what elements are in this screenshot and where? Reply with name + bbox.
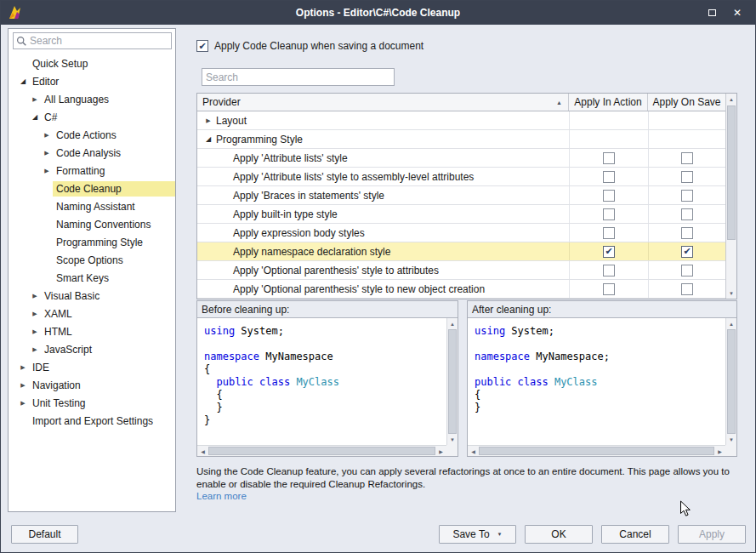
- tree-item-html[interactable]: ▶HTML: [9, 322, 175, 340]
- after-vertical-scrollbar[interactable]: ▲ ▼: [725, 318, 736, 445]
- apply-on-save-checkbox[interactable]: [681, 208, 693, 220]
- tree-item-import-and-export-settings[interactable]: Import and Export Settings: [9, 412, 175, 430]
- tree-item-navigation[interactable]: ▶Navigation: [9, 376, 175, 394]
- apply-on-save-checkbox[interactable]: [681, 152, 693, 164]
- scrollbar-thumb[interactable]: [208, 447, 435, 455]
- tree-item-code-analysis[interactable]: ▶Code Analysis: [9, 144, 175, 162]
- tree-item-visual-basic[interactable]: ▶Visual Basic: [9, 287, 175, 305]
- provider-search-input[interactable]: [202, 71, 394, 83]
- expand-arrow-icon[interactable]: ▶: [41, 150, 53, 157]
- apply-in-action-checkbox[interactable]: [603, 227, 615, 239]
- tree-item-c[interactable]: ◢C#: [9, 108, 175, 126]
- provider-group-row-layout[interactable]: ▶Layout: [197, 111, 725, 130]
- cancel-button[interactable]: Cancel: [601, 525, 669, 544]
- tree-item-naming-assistant[interactable]: Naming Assistant: [9, 197, 175, 215]
- expand-arrow-icon[interactable]: ▶: [29, 96, 41, 103]
- scroll-down-icon[interactable]: ▼: [726, 434, 736, 445]
- tree-item-all-languages[interactable]: ▶All Languages: [9, 90, 175, 108]
- tree-item-code-actions[interactable]: ▶Code Actions: [9, 126, 175, 144]
- close-button[interactable]: ✕: [728, 6, 747, 20]
- tree-item-xaml[interactable]: ▶XAML: [9, 305, 175, 322]
- provider-row-apply-optional-parenthesis-style-to-attributes[interactable]: Apply 'Optional parenthesis' style to at…: [197, 261, 725, 280]
- apply-on-save-checkbox[interactable]: [681, 190, 693, 202]
- apply-on-save-checkbox[interactable]: [681, 171, 693, 183]
- scroll-down-icon[interactable]: ▼: [447, 434, 458, 445]
- tree-item-editor[interactable]: ◢Editor: [9, 72, 175, 90]
- provider-row-apply-built-in-type-style[interactable]: Apply built-in type style: [197, 205, 725, 224]
- tree-item-formatting[interactable]: ▶Formatting: [9, 162, 175, 180]
- apply-in-action-checkbox[interactable]: [603, 171, 615, 183]
- collapse-arrow-icon[interactable]: ◢: [17, 77, 29, 85]
- maximize-button[interactable]: [702, 6, 721, 20]
- column-header-provider[interactable]: Provider ▲: [197, 94, 569, 111]
- tree-item-unit-testing[interactable]: ▶Unit Testing: [9, 394, 175, 412]
- scroll-down-icon[interactable]: ▼: [726, 288, 736, 299]
- scroll-up-icon[interactable]: ▲: [447, 318, 458, 329]
- grid-vertical-scrollbar[interactable]: ▲ ▼: [725, 94, 736, 299]
- tree-item-programming-style[interactable]: Programming Style: [9, 233, 175, 251]
- apply-on-save-checkbox[interactable]: [681, 265, 693, 276]
- scroll-up-icon[interactable]: ▲: [726, 318, 736, 329]
- apply-on-save-checkbox[interactable]: [681, 283, 693, 295]
- tree-item-naming-conventions[interactable]: Naming Conventions: [9, 215, 175, 233]
- provider-row-apply-namespace-declaration-style[interactable]: Apply namespace declaration style✔✔: [197, 242, 725, 261]
- scroll-left-icon[interactable]: ◀: [468, 446, 479, 456]
- expand-arrow-icon[interactable]: ▶: [41, 132, 53, 139]
- before-vertical-scrollbar[interactable]: ▲ ▼: [446, 318, 458, 445]
- apply-in-action-checkbox[interactable]: [603, 283, 615, 295]
- apply-when-saving-row[interactable]: ✔ Apply Code Cleanup when saving a docum…: [196, 40, 423, 52]
- scroll-right-icon[interactable]: ▶: [435, 446, 446, 456]
- apply-on-save-cell: [648, 224, 725, 242]
- after-horizontal-scrollbar[interactable]: ◀ ▶: [468, 445, 725, 456]
- apply-in-action-checkbox[interactable]: [603, 190, 615, 202]
- tree-item-quick-setup[interactable]: Quick Setup: [9, 54, 175, 72]
- tree-item-ide[interactable]: ▶IDE: [9, 358, 175, 376]
- expand-arrow-icon[interactable]: ▶: [17, 364, 29, 371]
- provider-group-row-programming-style[interactable]: ◢Programming Style: [197, 130, 725, 149]
- provider-row-apply-braces-in-statements-style[interactable]: Apply 'Braces in statements' style: [197, 186, 725, 205]
- scrollbar-thumb[interactable]: [727, 329, 736, 434]
- sidebar-search-input[interactable]: [27, 35, 171, 47]
- expand-arrow-icon[interactable]: ▶: [29, 346, 41, 353]
- default-button[interactable]: Default: [11, 525, 78, 544]
- tree-item-smart-keys[interactable]: Smart Keys: [9, 269, 175, 287]
- expand-arrow-icon[interactable]: ▶: [29, 328, 41, 335]
- provider-cell: Apply expression body styles: [197, 224, 569, 242]
- expand-group-icon[interactable]: ▶: [202, 117, 214, 124]
- scrollbar-thumb[interactable]: [479, 447, 714, 455]
- scrollbar-thumb[interactable]: [448, 329, 457, 434]
- apply-in-action-checkbox[interactable]: [603, 152, 615, 164]
- provider-row-apply-optional-parenthesis-style-to-new-object-creation[interactable]: Apply 'Optional parenthesis' style to ne…: [197, 280, 725, 299]
- tree-item-code-cleanup[interactable]: Code Cleanup: [9, 180, 175, 197]
- apply-when-saving-checkbox[interactable]: ✔: [196, 40, 208, 52]
- provider-row-apply-expression-body-styles[interactable]: Apply expression body styles: [197, 224, 725, 242]
- provider-row-apply-attribute-lists-style-to-assembly-level-attributes[interactable]: Apply 'Attribute lists' style to assembl…: [197, 168, 725, 186]
- provider-label: Layout: [214, 115, 247, 127]
- scroll-up-icon[interactable]: ▲: [726, 94, 736, 105]
- apply-on-save-checkbox[interactable]: [681, 227, 693, 239]
- collapse-group-icon[interactable]: ◢: [202, 135, 214, 143]
- save-to-button[interactable]: Save To ▼: [439, 525, 516, 544]
- column-header-apply-in-action[interactable]: Apply In Action: [569, 94, 648, 111]
- apply-in-action-checkbox[interactable]: ✔: [603, 246, 615, 258]
- scroll-left-icon[interactable]: ◀: [197, 446, 208, 456]
- collapse-arrow-icon[interactable]: ◢: [29, 113, 41, 121]
- apply-in-action-checkbox[interactable]: [603, 208, 615, 220]
- learn-more-link[interactable]: Learn more: [196, 491, 247, 501]
- apply-on-save-checkbox[interactable]: ✔: [681, 246, 693, 258]
- ok-button[interactable]: OK: [525, 525, 593, 544]
- expand-arrow-icon[interactable]: ▶: [17, 382, 29, 389]
- expand-arrow-icon[interactable]: ▶: [29, 311, 41, 317]
- provider-row-apply-attribute-lists-style[interactable]: Apply 'Attribute lists' style: [197, 149, 725, 168]
- expand-arrow-icon[interactable]: ▶: [17, 400, 29, 407]
- column-header-apply-on-save[interactable]: Apply On Save: [648, 94, 725, 111]
- before-horizontal-scrollbar[interactable]: ◀ ▶: [197, 445, 446, 456]
- tree-item-javascript[interactable]: ▶JavaScript: [9, 340, 175, 358]
- grid-scrollbar-thumb[interactable]: [727, 105, 736, 240]
- expand-arrow-icon[interactable]: ▶: [41, 168, 53, 174]
- apply-button[interactable]: Apply: [678, 525, 746, 544]
- apply-in-action-checkbox[interactable]: [603, 265, 615, 276]
- scroll-right-icon[interactable]: ▶: [714, 446, 725, 456]
- tree-item-scope-options[interactable]: Scope Options: [9, 251, 175, 269]
- expand-arrow-icon[interactable]: ▶: [29, 293, 41, 299]
